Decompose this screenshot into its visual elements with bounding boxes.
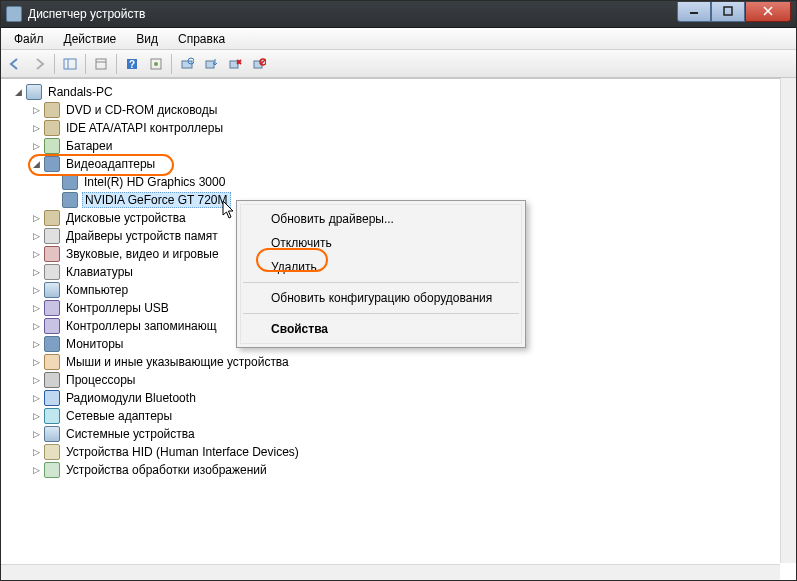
tree-category[interactable]: ▷Устройства HID (Human Interface Devices… (30, 443, 797, 461)
device-category-icon (44, 462, 60, 478)
tree-category[interactable]: ▷Процессоры (30, 371, 797, 389)
device-category-icon (44, 300, 60, 316)
device-category-icon (44, 264, 60, 280)
tree-device-label: Intel(R) HD Graphics 3000 (82, 175, 227, 189)
tree-category-label: Контроллеры запоминающ (64, 319, 219, 333)
tree-category-label: Дисковые устройства (64, 211, 188, 225)
tree-category[interactable]: ▷Сетевые адаптеры (30, 407, 797, 425)
scan-hardware-button[interactable] (176, 53, 198, 75)
tree-category-label: Контроллеры USB (64, 301, 171, 315)
maximize-button[interactable] (711, 2, 745, 22)
svg-rect-4 (64, 59, 76, 69)
collapse-icon[interactable]: ◢ (30, 158, 42, 170)
expand-icon[interactable]: ▷ (30, 356, 42, 368)
device-category-icon (44, 372, 60, 388)
tree-category[interactable]: ▷Устройства обработки изображений (30, 461, 797, 479)
svg-rect-1 (724, 7, 732, 15)
context-properties[interactable]: Свойства (241, 317, 521, 341)
minimize-button[interactable] (677, 2, 711, 22)
help-button[interactable]: ? (121, 53, 143, 75)
tree-category-label: Процессоры (64, 373, 138, 387)
expand-icon[interactable]: ▷ (30, 104, 42, 116)
expand-icon[interactable]: ▷ (30, 230, 42, 242)
update-driver-button[interactable] (200, 53, 222, 75)
device-category-icon (44, 228, 60, 244)
titlebar: Диспетчер устройств (0, 0, 797, 28)
tree-category-label: Мыши и иные указывающие устройства (64, 355, 291, 369)
forward-button[interactable] (28, 53, 50, 75)
context-refresh-hw[interactable]: Обновить конфигурацию оборудования (241, 286, 521, 310)
menu-file[interactable]: Файл (4, 30, 54, 48)
expand-icon[interactable]: ▷ (30, 248, 42, 260)
svg-point-11 (154, 62, 158, 66)
tree-category-label: Клавиатуры (64, 265, 135, 279)
device-category-icon (44, 210, 60, 226)
tree-category-label: Системные устройства (64, 427, 197, 441)
tree-category[interactable]: ▷Радиомодули Bluetooth (30, 389, 797, 407)
svg-rect-15 (230, 61, 238, 68)
uninstall-button[interactable] (224, 53, 246, 75)
close-button[interactable] (745, 2, 791, 22)
display-adapter-icon (62, 174, 78, 190)
properties-button[interactable] (90, 53, 112, 75)
device-category-icon (44, 120, 60, 136)
tree-category-label: Сетевые адаптеры (64, 409, 174, 423)
device-category-icon (44, 102, 60, 118)
menu-action[interactable]: Действие (54, 30, 127, 48)
vertical-scrollbar[interactable] (780, 78, 797, 563)
svg-rect-12 (182, 61, 192, 68)
context-delete[interactable]: Удалить (241, 255, 521, 279)
tree-category-label: IDE ATA/ATAPI контроллеры (64, 121, 225, 135)
back-button[interactable] (4, 53, 26, 75)
expand-icon[interactable]: ▷ (30, 410, 42, 422)
context-separator (243, 282, 519, 283)
expand-icon[interactable]: ▷ (30, 302, 42, 314)
window-title: Диспетчер устройств (28, 7, 145, 21)
tree-root[interactable]: ◢ Randals-PC (12, 83, 797, 101)
tree-category[interactable]: ▷DVD и CD-ROM дисководы (30, 101, 797, 119)
tree-device[interactable]: Intel(R) HD Graphics 3000 (48, 173, 797, 191)
expand-icon[interactable]: ▷ (30, 266, 42, 278)
expand-icon[interactable]: ▷ (30, 284, 42, 296)
toolbar: ? (0, 50, 797, 78)
tree-category-label: Устройства HID (Human Interface Devices) (64, 445, 301, 459)
tree-category[interactable]: ◢Видеоадаптеры (30, 155, 797, 173)
show-hide-tree-button[interactable] (59, 53, 81, 75)
menu-view[interactable]: Вид (126, 30, 168, 48)
expand-icon[interactable]: ▷ (30, 122, 42, 134)
context-separator (243, 313, 519, 314)
expand-icon[interactable]: ▷ (30, 140, 42, 152)
device-category-icon (44, 336, 60, 352)
app-icon (6, 6, 22, 22)
tree-category[interactable]: ▷Мыши и иные указывающие устройства (30, 353, 797, 371)
context-update-drivers[interactable]: Обновить драйверы... (241, 207, 521, 231)
display-adapter-icon (62, 192, 78, 208)
window-controls (677, 2, 791, 22)
tree-category-label: Звуковые, видео и игровые (64, 247, 221, 261)
tree-category[interactable]: ▷IDE ATA/ATAPI контроллеры (30, 119, 797, 137)
context-disable[interactable]: Отключить (241, 231, 521, 255)
computer-icon (26, 84, 42, 100)
action-button[interactable] (145, 53, 167, 75)
expand-icon[interactable]: ▷ (30, 374, 42, 386)
toolbar-separator (171, 54, 172, 74)
device-category-icon (44, 318, 60, 334)
device-category-icon (44, 282, 60, 298)
expand-icon[interactable]: ▷ (30, 446, 42, 458)
tree-category-label: DVD и CD-ROM дисководы (64, 103, 219, 117)
device-category-icon (44, 138, 60, 154)
tree-category[interactable]: ▷Системные устройства (30, 425, 797, 443)
expand-icon[interactable]: ▷ (30, 338, 42, 350)
disable-button[interactable] (248, 53, 270, 75)
device-category-icon (44, 390, 60, 406)
device-category-icon (44, 426, 60, 442)
collapse-icon[interactable]: ◢ (12, 86, 24, 98)
menu-help[interactable]: Справка (168, 30, 235, 48)
expand-icon[interactable]: ▷ (30, 392, 42, 404)
expand-icon[interactable]: ▷ (30, 320, 42, 332)
tree-category[interactable]: ▷Батареи (30, 137, 797, 155)
horizontal-scrollbar[interactable] (0, 564, 780, 581)
expand-icon[interactable]: ▷ (30, 212, 42, 224)
expand-icon[interactable]: ▷ (30, 428, 42, 440)
expand-icon[interactable]: ▷ (30, 464, 42, 476)
